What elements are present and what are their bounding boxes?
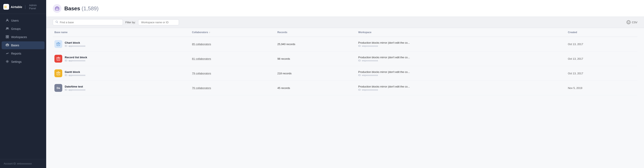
sort-icon: ↑ — [209, 31, 210, 33]
csv-button[interactable]: ⬇ CSV — [626, 20, 638, 24]
collaborators-cell: 76 collaborators — [190, 81, 276, 95]
base-icon — [54, 69, 62, 77]
sidebar-item-users[interactable]: Users — [2, 17, 44, 24]
bases-table: Base name Collaborators ↑ Records Worksp… — [53, 28, 638, 95]
settings-icon — [5, 60, 9, 64]
workspaces-icon — [5, 35, 9, 39]
main-content: Bases (1,589) Filter by: ⬇ CSV Base name — [46, 0, 644, 168]
created-date: Oct 13, 2017 — [568, 72, 583, 75]
groups-icon — [5, 27, 9, 31]
sidebar: ⊞ Airtable | Admin Panel Users Groups Wo… — [0, 0, 46, 168]
filter-label: Filter by: — [125, 21, 136, 24]
workspace-cell: Production blocks mirror (don't edit the… — [357, 81, 566, 95]
base-name: Chart block — [65, 41, 85, 44]
sidebar-logo: ⊞ Airtable — [3, 4, 22, 10]
created-cell: Oct 13, 2017 — [566, 37, 638, 51]
records-cell: 218 records — [276, 66, 357, 81]
workspace-name: Production blocks mirror (don't edit the… — [358, 41, 565, 44]
sidebar-item-workspaces-label: Workspaces — [11, 35, 27, 39]
base-icon — [54, 40, 62, 48]
admin-panel-label: Admin Panel — [28, 4, 43, 10]
records-value: 25,940 records — [278, 43, 296, 46]
workspace-name: Production blocks mirror (don't edit the… — [358, 85, 565, 88]
base-app-id: ID: appxxxxxxxxxxx — [65, 74, 85, 76]
sidebar-item-settings[interactable]: Settings — [2, 58, 44, 66]
workspace-id: ID: wspxxxxxxxxxx — [358, 59, 565, 62]
svg-point-4 — [7, 28, 8, 29]
base-name: Record list block — [65, 56, 87, 59]
collaborators-cell: 81 collaborators — [190, 51, 276, 66]
base-info: Date/time test ID: appxxxxxxxxxxx — [65, 85, 85, 91]
base-name-cell[interactable]: Record list block ID: appxxxxxxxxxxx — [53, 51, 190, 66]
base-name-cell[interactable]: Chart block ID: appxxxxxxxxxxx — [53, 37, 190, 51]
table-row: Record list block ID: appxxxxxxxxxxx 81 … — [53, 51, 638, 66]
table-row: Chart block ID: appxxxxxxxxxxx 85 collab… — [53, 37, 638, 51]
created-cell: Nov 5, 2019 — [566, 81, 638, 95]
svg-line-15 — [57, 22, 58, 23]
workspace-name: Production blocks mirror (don't edit the… — [358, 70, 565, 73]
base-icon — [54, 55, 62, 63]
collaborators-link[interactable]: 76 collaborators — [192, 86, 211, 90]
airtable-logo-icon: ⊞ — [3, 4, 9, 10]
collaborators-cell: 85 collaborators — [190, 37, 276, 51]
svg-point-11 — [7, 61, 8, 62]
col-base-name: Base name — [53, 28, 190, 37]
collaborators-link[interactable]: 81 collaborators — [192, 57, 211, 60]
col-records: Records — [276, 28, 357, 37]
created-date: Nov 5, 2019 — [568, 86, 582, 90]
collaborators-link[interactable]: 85 collaborators — [192, 43, 211, 46]
sidebar-item-bases[interactable]: Bases — [2, 41, 44, 49]
sidebar-item-workspaces[interactable]: Workspaces — [2, 33, 44, 41]
search-icon — [56, 20, 58, 24]
sidebar-item-groups[interactable]: Groups — [2, 25, 44, 33]
svg-point-2 — [6, 19, 8, 20]
created-cell: Oct 13, 2017 — [566, 51, 638, 66]
records-value: 45 records — [278, 86, 290, 90]
created-cell: Oct 13, 2017 — [566, 66, 638, 81]
svg-rect-7 — [6, 37, 7, 38]
svg-text:⬇: ⬇ — [628, 22, 629, 23]
base-app-id: ID: appxxxxxxxxxxx — [65, 45, 85, 47]
page-header: Bases (1,589) — [46, 0, 644, 17]
records-value: 218 records — [278, 72, 292, 75]
table-area: Base name Collaborators ↑ Records Worksp… — [46, 28, 644, 95]
app-name: Airtable — [11, 5, 22, 9]
workspace-filter-input[interactable] — [138, 19, 179, 25]
base-info: Gantt block ID: appxxxxxxxxxxx — [65, 70, 85, 76]
sidebar-item-settings-label: Settings — [11, 60, 22, 63]
created-date: Oct 13, 2017 — [568, 43, 583, 46]
collaborators-cell: 79 collaborators — [190, 66, 276, 81]
csv-label: CSV — [632, 21, 638, 24]
base-name-cell[interactable]: Gantt block ID: appxxxxxxxxxxx — [53, 66, 190, 81]
base-name-cell[interactable]: Da Date/time test ID: appxxxxxxxxxxx — [53, 81, 190, 95]
base-app-id: ID: appxxxxxxxxxxx — [65, 59, 87, 62]
workspace-id: ID: wspxxxxxxxxxx — [358, 74, 565, 76]
sidebar-item-reports[interactable]: Reports — [2, 50, 44, 57]
sidebar-item-users-label: Users — [11, 19, 19, 22]
table-row: Da Date/time test ID: appxxxxxxxxxxx 76 … — [53, 81, 638, 95]
search-input[interactable] — [60, 21, 120, 24]
col-collaborators[interactable]: Collaborators ↑ — [190, 28, 276, 37]
search-wrapper[interactable] — [53, 19, 123, 25]
created-date: Oct 13, 2017 — [568, 57, 583, 60]
base-icon: Da — [54, 84, 62, 92]
reports-icon — [5, 52, 9, 55]
base-name: Date/time test — [65, 85, 85, 88]
base-app-id: ID: appxxxxxxxxxxx — [65, 89, 85, 91]
col-created: Created — [566, 28, 638, 37]
svg-rect-8 — [8, 37, 9, 38]
sidebar-item-bases-label: Bases — [11, 44, 19, 47]
bases-icon — [5, 43, 9, 47]
page-icon — [53, 4, 62, 13]
base-info: Chart block ID: appxxxxxxxxxxx — [65, 41, 85, 47]
table-row: Gantt block ID: appxxxxxxxxxxx 79 collab… — [53, 66, 638, 81]
records-cell: 25,940 records — [276, 37, 357, 51]
collaborators-link[interactable]: 79 collaborators — [192, 72, 211, 75]
sidebar-header: ⊞ Airtable | Admin Panel — [0, 0, 46, 14]
bases-count: (1,589) — [82, 5, 98, 11]
svg-rect-6 — [8, 35, 9, 37]
workspace-id: ID: wspxxxxxxxxxx — [358, 89, 565, 91]
svg-rect-5 — [6, 35, 7, 37]
csv-icon: ⬇ — [626, 20, 630, 24]
base-name: Gantt block — [65, 70, 85, 73]
